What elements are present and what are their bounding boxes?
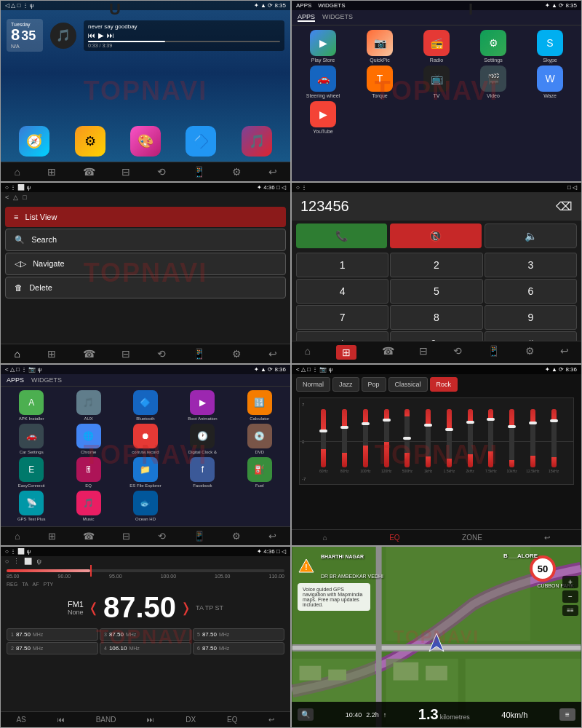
app5-easy[interactable]: EEasyConnecti (4, 457, 58, 488)
bn3-settings[interactable]: ⚙ (232, 348, 242, 360)
app-torque[interactable]: TTorque (353, 66, 407, 98)
bn3-active[interactable]: 📱 (193, 348, 205, 360)
volume-button[interactable]: 🔈 (485, 223, 577, 248)
app-tv[interactable]: 📺TV (410, 66, 463, 98)
bn5-apps[interactable]: ⊞ (48, 531, 56, 542)
key-4[interactable]: 4 (296, 279, 388, 304)
eq-bn-back[interactable]: ↩ (544, 534, 550, 542)
app5-ocean[interactable]: 🐟Ocean HD (119, 491, 172, 521)
tab5-apps[interactable]: APPS (7, 376, 24, 384)
app-play-store[interactable]: ▶Play Store (296, 30, 350, 63)
bn-settings[interactable]: ⚙ (232, 166, 242, 178)
tab-apps[interactable]: APPS (298, 13, 315, 22)
si-search[interactable]: 🔍 Search (5, 229, 286, 251)
bn-navi[interactable]: ⟲ (157, 166, 166, 178)
app-skype[interactable]: SSkype (523, 30, 577, 63)
fm-preset-1[interactable]: 1 87.50 MHz (7, 628, 98, 641)
key-3[interactable]: 3 (485, 253, 577, 277)
app-icon-music[interactable]: 🎵 (242, 126, 272, 157)
eq-handle-3[interactable] (362, 422, 370, 425)
bn4-6[interactable]: ⚙ (525, 345, 535, 360)
bn-apps[interactable]: ⊞ (47, 166, 56, 178)
bn7-band[interactable]: BAND (96, 716, 116, 724)
eq-handle-9[interactable] (487, 418, 495, 421)
app5-apk[interactable]: AAPK Installer (4, 390, 58, 421)
fm-preset-6[interactable]: 6 87.50 MHz (193, 642, 284, 654)
app5-clock[interactable]: 🕐Digital Clock & (175, 424, 229, 454)
app5-aux[interactable]: 🎵AUX (61, 390, 115, 421)
app5-calc[interactable]: 🔢Calculator (233, 390, 287, 421)
bn3-back[interactable]: ↩ (268, 348, 277, 360)
hangup-button[interactable]: 📵 (390, 223, 481, 248)
bn7-dx[interactable]: DX (186, 716, 196, 724)
eq-handle-4[interactable] (383, 419, 391, 422)
map-zoom-in[interactable]: + (562, 576, 578, 588)
map-settings-btn[interactable]: ≡ (559, 708, 575, 721)
key-5[interactable]: 5 (390, 279, 482, 304)
eq-handle-5[interactable] (403, 437, 411, 440)
prev-icon[interactable]: ⏮ (88, 31, 95, 39)
map-zoom-out[interactable]: − (562, 590, 578, 603)
bn3-media[interactable]: ⊟ (121, 348, 130, 360)
app5-car[interactable]: 🚗Car Settings (4, 424, 58, 454)
tab5-widgets[interactable]: WIDGETS (31, 376, 62, 384)
bn7-eq[interactable]: EQ (227, 716, 237, 724)
app-video[interactable]: 🎬Video (466, 66, 520, 98)
eq-preset-pop[interactable]: Pop (362, 377, 386, 392)
app5-rec[interactable]: ⏺com.tw.record (119, 424, 172, 454)
app-waze[interactable]: WWaze (523, 66, 577, 98)
app-icon-bluetooth[interactable]: 🔷 (186, 126, 216, 157)
bn7-back[interactable]: ↩ (268, 716, 274, 724)
eq-handle-8[interactable] (466, 421, 474, 424)
eq-handle-12[interactable] (550, 419, 558, 422)
eq-preset-jazz[interactable]: Jazz (332, 377, 359, 392)
si-delete[interactable]: 🗑 Delete (5, 277, 286, 298)
bn5-navi[interactable]: ⟲ (158, 531, 166, 542)
bn4-home[interactable]: ⌂ (304, 345, 310, 360)
fm-preset-2[interactable]: 2 87.50 MHz (7, 642, 98, 654)
app-steering[interactable]: 🚗Steering wheel (296, 66, 350, 98)
fm-prev-arrow[interactable]: ❬ (88, 600, 99, 616)
eq-preset-classical[interactable]: Classical (388, 377, 428, 392)
bn4-2[interactable]: ☎ (382, 345, 394, 360)
play-icon[interactable]: ▶ (98, 31, 104, 39)
app-icon-gallery[interactable]: 🎨 (130, 126, 161, 157)
key-1[interactable]: 1 (296, 253, 388, 277)
eq-handle-1[interactable] (319, 430, 327, 432)
fm-next-arrow[interactable]: ❭ (180, 600, 191, 616)
key-6[interactable]: 6 (485, 279, 577, 304)
app5-es[interactable]: 📁ES File Explorer (119, 457, 172, 488)
app-quickpic[interactable]: 📷QuickPic (353, 30, 407, 63)
eq-bn-zone[interactable]: ZONE (462, 534, 482, 542)
eq-handle-10[interactable] (508, 425, 516, 428)
bn3-home[interactable]: ⌂ (14, 348, 20, 360)
bn-back[interactable]: ↩ (268, 166, 277, 178)
bn5-settings[interactable]: ⚙ (232, 531, 241, 542)
bn5-home[interactable]: ⌂ (15, 531, 20, 542)
app-settings[interactable]: ⚙Settings (466, 30, 520, 63)
bn7-as[interactable]: AS (16, 716, 25, 724)
bn-media[interactable]: ⊟ (121, 166, 130, 178)
key-9[interactable]: 9 (485, 305, 577, 330)
call-button[interactable]: 📞 (296, 223, 387, 248)
bn4-4[interactable]: ⟲ (453, 345, 462, 360)
bn5-back[interactable]: ↩ (268, 531, 276, 542)
key-2[interactable]: 2 (390, 253, 482, 277)
app-radio[interactable]: 📻Radio (410, 30, 463, 63)
backspace-icon[interactable]: ⌫ (556, 199, 573, 213)
tab-widgets[interactable]: WIDGETS (322, 13, 353, 22)
app5-fb[interactable]: fFacebook (175, 457, 229, 488)
si-navigate[interactable]: ◁▷ Navigate (5, 253, 286, 275)
bn4-3[interactable]: ⊟ (419, 345, 428, 360)
bn-book[interactable]: 📱 (193, 166, 205, 178)
bn7-next[interactable]: ⏭ (147, 716, 154, 724)
fm-preset-5[interactable]: 5 87.50 MHz (193, 628, 284, 641)
map-search-button[interactable]: 🔍 (298, 708, 314, 721)
bn3-navi[interactable]: ⟲ (157, 348, 166, 360)
eq-handle-11[interactable] (529, 422, 537, 424)
app5-fuel[interactable]: ⛽Fuel (233, 457, 287, 488)
bn3-apps[interactable]: ⊞ (47, 348, 56, 360)
eq-bn-home[interactable]: ⌂ (323, 534, 327, 542)
app-youtube[interactable]: ▶YouTube (296, 101, 350, 134)
app5-bt[interactable]: 🔷Bluetooth (119, 390, 172, 421)
